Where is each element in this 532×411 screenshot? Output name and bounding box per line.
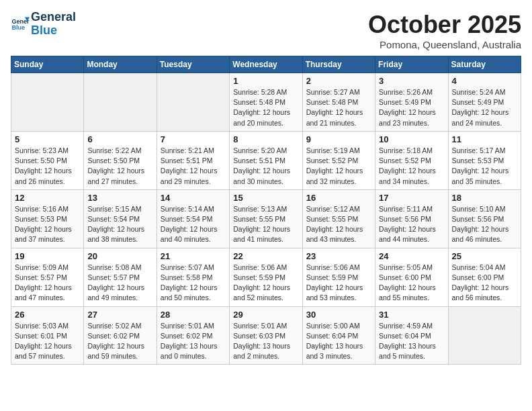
calendar-cell: 10Sunrise: 5:18 AM Sunset: 5:52 PM Dayli… [375, 131, 448, 189]
calendar-cell: 7Sunrise: 5:21 AM Sunset: 5:51 PM Daylig… [157, 131, 229, 189]
day-number: 24 [379, 251, 444, 261]
day-number: 29 [233, 310, 298, 320]
calendar-cell: 20Sunrise: 5:08 AM Sunset: 5:57 PM Dayli… [84, 248, 157, 306]
day-info: Sunrise: 5:17 AM Sunset: 5:53 PM Dayligh… [452, 146, 517, 187]
day-number: 13 [87, 193, 152, 203]
calendar-cell: 12Sunrise: 5:16 AM Sunset: 5:53 PM Dayli… [11, 189, 84, 248]
calendar-cell: 17Sunrise: 5:11 AM Sunset: 5:56 PM Dayli… [375, 189, 448, 248]
calendar-cell: 28Sunrise: 5:01 AM Sunset: 6:02 PM Dayli… [157, 306, 229, 365]
day-info: Sunrise: 5:05 AM Sunset: 6:00 PM Dayligh… [379, 263, 444, 304]
logo-icon: General Blue [11, 15, 30, 34]
day-number: 20 [87, 251, 152, 261]
day-info: Sunrise: 5:18 AM Sunset: 5:52 PM Dayligh… [379, 146, 444, 187]
day-number: 7 [161, 134, 226, 144]
week-row-2: 5Sunrise: 5:23 AM Sunset: 5:50 PM Daylig… [11, 131, 521, 189]
weekday-header-row: SundayMondayTuesdayWednesdayThursdayFrid… [11, 56, 521, 73]
calendar-cell: 21Sunrise: 5:07 AM Sunset: 5:58 PM Dayli… [157, 248, 229, 306]
calendar-cell [157, 73, 229, 132]
calendar-title: October 2025 [368, 11, 521, 39]
day-number: 9 [306, 134, 371, 144]
day-info: Sunrise: 5:03 AM Sunset: 6:01 PM Dayligh… [15, 321, 80, 362]
day-info: Sunrise: 5:23 AM Sunset: 5:50 PM Dayligh… [15, 146, 80, 187]
day-info: Sunrise: 5:14 AM Sunset: 5:54 PM Dayligh… [161, 204, 226, 245]
day-number: 15 [233, 193, 298, 203]
title-block: October 2025 Pomona, Queensland, Austral… [368, 11, 521, 50]
day-number: 11 [452, 134, 517, 144]
day-number: 8 [233, 134, 298, 144]
day-info: Sunrise: 5:13 AM Sunset: 5:55 PM Dayligh… [233, 204, 298, 245]
calendar-cell [11, 73, 84, 132]
calendar-cell: 18Sunrise: 5:10 AM Sunset: 5:56 PM Dayli… [448, 189, 521, 248]
calendar-cell: 2Sunrise: 5:27 AM Sunset: 5:48 PM Daylig… [302, 73, 375, 132]
day-number: 5 [15, 134, 80, 144]
day-number: 1 [233, 76, 298, 86]
day-number: 17 [379, 193, 444, 203]
day-number: 28 [161, 310, 226, 320]
svg-text:Blue: Blue [11, 24, 25, 31]
calendar-cell: 5Sunrise: 5:23 AM Sunset: 5:50 PM Daylig… [11, 131, 84, 189]
day-number: 12 [15, 193, 80, 203]
day-number: 6 [87, 134, 152, 144]
calendar-cell: 31Sunrise: 4:59 AM Sunset: 6:04 PM Dayli… [375, 306, 448, 365]
day-info: Sunrise: 5:11 AM Sunset: 5:56 PM Dayligh… [379, 204, 444, 245]
weekday-header-saturday: Saturday [448, 56, 521, 73]
day-info: Sunrise: 5:21 AM Sunset: 5:51 PM Dayligh… [161, 146, 226, 187]
weekday-header-monday: Monday [84, 56, 157, 73]
calendar-cell: 1Sunrise: 5:28 AM Sunset: 5:48 PM Daylig… [230, 73, 302, 132]
day-info: Sunrise: 5:28 AM Sunset: 5:48 PM Dayligh… [233, 87, 298, 128]
weekday-header-tuesday: Tuesday [157, 56, 229, 73]
day-number: 26 [15, 310, 80, 320]
page-header: General Blue General Blue October 2025 P… [11, 11, 521, 50]
calendar-cell [448, 306, 521, 365]
logo: General Blue General Blue [11, 11, 76, 38]
day-number: 25 [452, 251, 517, 261]
calendar-cell: 23Sunrise: 5:06 AM Sunset: 5:59 PM Dayli… [302, 248, 375, 306]
calendar-cell: 24Sunrise: 5:05 AM Sunset: 6:00 PM Dayli… [375, 248, 448, 306]
day-info: Sunrise: 5:27 AM Sunset: 5:48 PM Dayligh… [306, 87, 371, 128]
day-number: 10 [379, 134, 444, 144]
day-info: Sunrise: 5:02 AM Sunset: 6:02 PM Dayligh… [87, 321, 152, 362]
weekday-header-sunday: Sunday [11, 56, 84, 73]
day-number: 22 [233, 251, 298, 261]
logo-text: General Blue [31, 11, 76, 38]
day-info: Sunrise: 5:07 AM Sunset: 5:58 PM Dayligh… [161, 263, 226, 304]
calendar-cell: 26Sunrise: 5:03 AM Sunset: 6:01 PM Dayli… [11, 306, 84, 365]
day-number: 18 [452, 193, 517, 203]
day-number: 16 [306, 193, 371, 203]
calendar-cell: 25Sunrise: 5:04 AM Sunset: 6:00 PM Dayli… [448, 248, 521, 306]
week-row-1: 1Sunrise: 5:28 AM Sunset: 5:48 PM Daylig… [11, 73, 521, 132]
day-info: Sunrise: 5:08 AM Sunset: 5:57 PM Dayligh… [87, 263, 152, 304]
day-number: 21 [161, 251, 226, 261]
day-info: Sunrise: 5:06 AM Sunset: 5:59 PM Dayligh… [306, 263, 371, 304]
calendar-cell: 30Sunrise: 5:00 AM Sunset: 6:04 PM Dayli… [302, 306, 375, 365]
calendar-cell: 9Sunrise: 5:19 AM Sunset: 5:52 PM Daylig… [302, 131, 375, 189]
calendar-cell: 27Sunrise: 5:02 AM Sunset: 6:02 PM Dayli… [84, 306, 157, 365]
day-number: 30 [306, 310, 371, 320]
calendar-cell: 11Sunrise: 5:17 AM Sunset: 5:53 PM Dayli… [448, 131, 521, 189]
calendar-cell: 22Sunrise: 5:06 AM Sunset: 5:59 PM Dayli… [230, 248, 302, 306]
day-number: 31 [379, 310, 444, 320]
day-info: Sunrise: 5:24 AM Sunset: 5:49 PM Dayligh… [452, 87, 517, 128]
week-row-5: 26Sunrise: 5:03 AM Sunset: 6:01 PM Dayli… [11, 306, 521, 365]
weekday-header-thursday: Thursday [302, 56, 375, 73]
weekday-header-wednesday: Wednesday [230, 56, 302, 73]
calendar-cell: 13Sunrise: 5:15 AM Sunset: 5:54 PM Dayli… [84, 189, 157, 248]
day-info: Sunrise: 5:16 AM Sunset: 5:53 PM Dayligh… [15, 204, 80, 245]
day-info: Sunrise: 5:20 AM Sunset: 5:51 PM Dayligh… [233, 146, 298, 187]
day-info: Sunrise: 5:15 AM Sunset: 5:54 PM Dayligh… [87, 204, 152, 245]
day-info: Sunrise: 5:09 AM Sunset: 5:57 PM Dayligh… [15, 263, 80, 304]
day-info: Sunrise: 5:26 AM Sunset: 5:49 PM Dayligh… [379, 87, 444, 128]
day-info: Sunrise: 5:01 AM Sunset: 6:02 PM Dayligh… [161, 321, 226, 362]
calendar-cell: 4Sunrise: 5:24 AM Sunset: 5:49 PM Daylig… [448, 73, 521, 132]
calendar-subtitle: Pomona, Queensland, Australia [368, 39, 521, 50]
day-info: Sunrise: 5:22 AM Sunset: 5:50 PM Dayligh… [87, 146, 152, 187]
calendar-table: SundayMondayTuesdayWednesdayThursdayFrid… [11, 56, 521, 365]
day-info: Sunrise: 5:19 AM Sunset: 5:52 PM Dayligh… [306, 146, 371, 187]
day-info: Sunrise: 4:59 AM Sunset: 6:04 PM Dayligh… [379, 321, 444, 362]
day-number: 3 [379, 76, 444, 86]
day-info: Sunrise: 5:01 AM Sunset: 6:03 PM Dayligh… [233, 321, 298, 362]
day-number: 4 [452, 76, 517, 86]
calendar-cell: 3Sunrise: 5:26 AM Sunset: 5:49 PM Daylig… [375, 73, 448, 132]
week-row-3: 12Sunrise: 5:16 AM Sunset: 5:53 PM Dayli… [11, 189, 521, 248]
calendar-cell: 6Sunrise: 5:22 AM Sunset: 5:50 PM Daylig… [84, 131, 157, 189]
